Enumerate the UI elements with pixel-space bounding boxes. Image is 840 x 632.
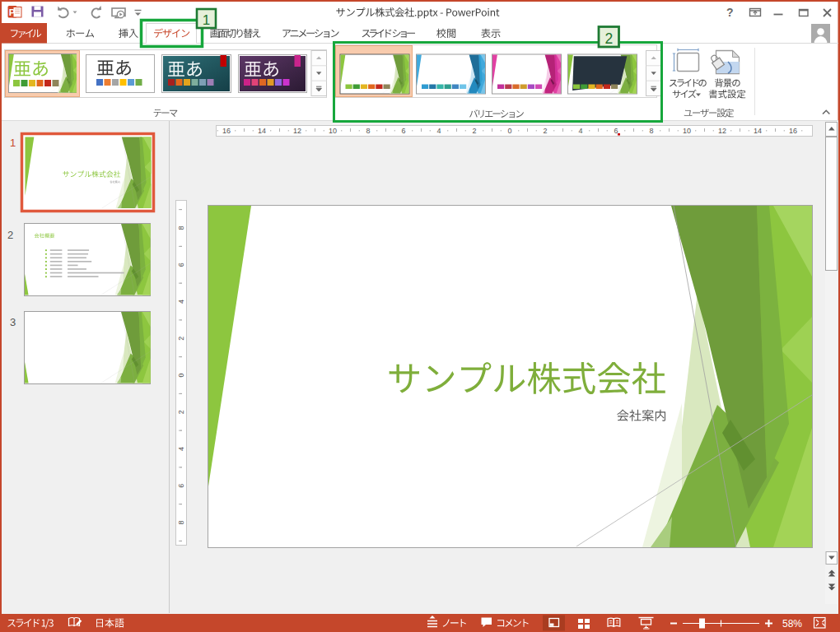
svg-text:P: P — [9, 7, 16, 17]
svg-text:0: 0 — [507, 127, 511, 135]
svg-text:8: 8 — [649, 127, 653, 135]
svg-text:12: 12 — [718, 127, 726, 135]
svg-text:2: 2 — [543, 127, 547, 135]
svg-text:12: 12 — [293, 127, 301, 135]
svg-text:14: 14 — [754, 127, 762, 135]
svg-text:2: 2 — [7, 229, 13, 241]
svg-text:3: 3 — [10, 316, 16, 328]
svg-text:4: 4 — [578, 127, 582, 135]
svg-text:1: 1 — [10, 137, 16, 149]
svg-text:58%: 58% — [782, 618, 802, 630]
svg-text:2: 2 — [604, 30, 613, 47]
svg-text:2: 2 — [472, 127, 476, 135]
svg-text:4: 4 — [436, 127, 441, 135]
svg-text:1: 1 — [203, 12, 210, 28]
svg-text:10: 10 — [683, 127, 691, 135]
svg-text:14: 14 — [258, 127, 266, 135]
svg-text:10: 10 — [329, 127, 337, 135]
svg-text:16: 16 — [789, 127, 797, 135]
svg-text:6: 6 — [401, 127, 405, 135]
svg-text:16: 16 — [222, 127, 231, 135]
svg-text:8: 8 — [366, 127, 370, 135]
svg-text:6: 6 — [614, 127, 618, 135]
svg-text:?: ? — [726, 6, 734, 19]
